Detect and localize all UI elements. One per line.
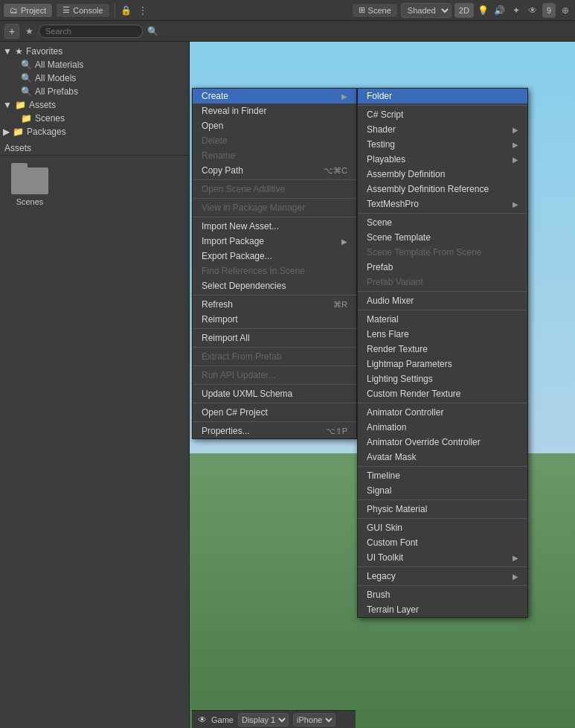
- submenu-animation[interactable]: Animation: [358, 420, 527, 435]
- left-panel: ▼ ★ Favorites 🔍 All Materials 🔍 All Mode…: [0, 42, 190, 728]
- assets-header[interactable]: ▼ 📁 Assets: [0, 98, 189, 112]
- hidden-icon[interactable]: 👁: [526, 4, 539, 17]
- ctx-create-arrow: ▶: [341, 92, 347, 100]
- effects-icon[interactable]: ✦: [510, 4, 523, 17]
- ctx-import-package-label: Import Package: [202, 236, 264, 246]
- menu-icon[interactable]: ⋮: [136, 4, 150, 17]
- ctx-reveal-finder[interactable]: Reveal in Finder: [193, 103, 356, 118]
- submenu-terrain-layer[interactable]: Terrain Layer: [358, 602, 527, 617]
- assets-area: Assets Scenes: [0, 141, 189, 728]
- submenu-legacy[interactable]: Legacy ▶: [358, 569, 527, 584]
- submenu-ui-toolkit[interactable]: UI Toolkit ▶: [358, 550, 527, 565]
- submenu-csharp-script[interactable]: C# Script: [358, 107, 527, 122]
- ctx-import-new-asset[interactable]: Import New Asset...: [193, 219, 356, 234]
- submenu-material[interactable]: Material: [358, 312, 527, 327]
- submenu-lightmap-parameters[interactable]: Lightmap Parameters: [358, 357, 527, 371]
- ctx-rename-label: Rename: [202, 150, 235, 161]
- folder-scenes[interactable]: Scenes: [7, 163, 52, 206]
- ctx-create[interactable]: Create ▶: [193, 89, 356, 103]
- item-label: All Models: [35, 73, 76, 83]
- submenu-gui-skin[interactable]: GUI Skin: [358, 520, 527, 535]
- ctx-import-package[interactable]: Import Package ▶: [193, 234, 356, 249]
- submenu-animator-override-controller-label: Animator Override Controller: [367, 437, 481, 447]
- ctx-open-csharp[interactable]: Open C# Project: [193, 405, 356, 420]
- submenu-custom-render-texture[interactable]: Custom Render Texture: [358, 386, 527, 401]
- submenu-ui-toolkit-label: UI Toolkit: [367, 552, 403, 563]
- ctx-export-package[interactable]: Export Package...: [193, 249, 356, 264]
- submenu-prefab[interactable]: Prefab: [358, 260, 527, 275]
- submenu-shader-label: Shader: [367, 124, 396, 135]
- submenu-assembly-definition-ref[interactable]: Assembly Definition Reference: [358, 182, 527, 197]
- submenu-playables[interactable]: Playables ▶: [358, 152, 527, 167]
- shaded-dropdown[interactable]: Shaded: [401, 3, 452, 18]
- ctx-open-scene-additive: Open Scene Additive: [193, 182, 356, 197]
- scene-tab[interactable]: ⊞ Scene: [352, 3, 398, 18]
- ctx-copy-path[interactable]: Copy Path ⌥⌘C: [193, 163, 356, 178]
- submenu-physic-material-label: Physic Material: [367, 504, 427, 514]
- sub-sep5: [358, 403, 527, 403]
- submenu-render-texture[interactable]: Render Texture: [358, 342, 527, 357]
- submenu-timeline[interactable]: Timeline: [358, 468, 527, 483]
- light-icon[interactable]: 💡: [477, 4, 490, 17]
- add-button[interactable]: +: [4, 24, 19, 39]
- star-icon[interactable]: ★: [22, 25, 36, 38]
- sidebar-item-all-materials[interactable]: 🔍 All Materials: [15, 58, 189, 71]
- submenu-create[interactable]: Folder C# Script Shader ▶ Testing ▶ Play…: [357, 88, 528, 618]
- tab-console[interactable]: ☰ Console: [56, 3, 109, 18]
- packages-header[interactable]: ▶ 📁 Packages: [0, 125, 189, 138]
- ctx-select-dependencies-label: Select Dependencies: [202, 281, 286, 291]
- sidebar-item-scenes[interactable]: 📁 Scenes: [15, 112, 189, 125]
- submenu-assembly-definition[interactable]: Assembly Definition: [358, 167, 527, 182]
- submenu-lighting-settings[interactable]: Lighting Settings: [358, 371, 527, 386]
- ctx-open[interactable]: Open: [193, 118, 356, 133]
- submenu-testing[interactable]: Testing ▶: [358, 137, 527, 152]
- submenu-signal[interactable]: Signal: [358, 483, 527, 498]
- star-icon: ★: [15, 46, 23, 57]
- grid-icon: ⊞: [359, 5, 365, 15]
- submenu-textmeshpro[interactable]: TextMeshPro ▶: [358, 197, 527, 211]
- ctx-refresh[interactable]: Refresh ⌘R: [193, 297, 356, 312]
- submenu-animator-controller[interactable]: Animator Controller: [358, 405, 527, 420]
- submenu-avatar-mask-label: Avatar Mask: [367, 452, 416, 462]
- ctx-select-dependencies[interactable]: Select Dependencies: [193, 278, 356, 293]
- submenu-audio-mixer[interactable]: Audio Mixer: [358, 293, 527, 308]
- submenu-scene[interactable]: Scene: [358, 215, 527, 230]
- submenu-avatar-mask[interactable]: Avatar Mask: [358, 450, 527, 464]
- submenu-scene-template-label: Scene Template: [367, 232, 431, 243]
- submenu-scene-template[interactable]: Scene Template: [358, 230, 527, 245]
- submenu-csharp-script-label: C# Script: [367, 109, 403, 120]
- ctx-refresh-label: Refresh: [202, 299, 233, 310]
- mode-2d[interactable]: 2D: [454, 3, 474, 18]
- ctx-refresh-shortcut: ⌘R: [333, 300, 347, 310]
- submenu-custom-font[interactable]: Custom Font: [358, 535, 527, 550]
- submenu-folder-label: Folder: [367, 91, 392, 101]
- sidebar-item-all-models[interactable]: 🔍 All Models: [15, 71, 189, 85]
- submenu-shader[interactable]: Shader ▶: [358, 122, 527, 137]
- favorites-header[interactable]: ▼ ★ Favorites: [0, 45, 189, 58]
- submenu-folder[interactable]: Folder: [358, 89, 527, 103]
- submenu-physic-material[interactable]: Physic Material: [358, 502, 527, 517]
- ctx-update-uxml-label: Update UXML Schema: [202, 389, 292, 399]
- ctx-reimport[interactable]: Reimport: [193, 312, 356, 327]
- tab-project[interactable]: 🗂 Project: [3, 3, 53, 18]
- submenu-lightmap-parameters-label: Lightmap Parameters: [367, 359, 452, 369]
- ctx-properties[interactable]: Properties... ⌥⇧P: [193, 424, 356, 438]
- audio-icon[interactable]: 🔊: [493, 4, 507, 17]
- badge-9[interactable]: 9: [542, 3, 556, 18]
- context-menu[interactable]: Create ▶ Reveal in Finder Open Delete Re…: [192, 88, 357, 439]
- ctx-update-uxml[interactable]: Update UXML Schema: [193, 386, 356, 401]
- submenu-brush[interactable]: Brush: [358, 587, 527, 602]
- submenu-animator-override-controller[interactable]: Animator Override Controller: [358, 435, 527, 450]
- search-icon[interactable]: 🔍: [146, 25, 159, 38]
- sidebar-item-all-prefabs[interactable]: 🔍 All Prefabs: [15, 85, 189, 98]
- submenu-lens-flare[interactable]: Lens Flare: [358, 327, 527, 342]
- item-label: All Materials: [35, 60, 83, 70]
- search-input[interactable]: [39, 25, 143, 38]
- display-select[interactable]: Display 1: [238, 713, 289, 727]
- lock-icon[interactable]: 🔒: [120, 4, 133, 17]
- tab-project-label: Project: [21, 6, 46, 15]
- ctx-run-api-updater-label: Run API Updater...: [202, 370, 275, 380]
- gizmos-icon[interactable]: ⊕: [559, 4, 572, 17]
- resolution-select[interactable]: iPhone: [293, 713, 335, 727]
- ctx-reimport-all[interactable]: Reimport All: [193, 331, 356, 345]
